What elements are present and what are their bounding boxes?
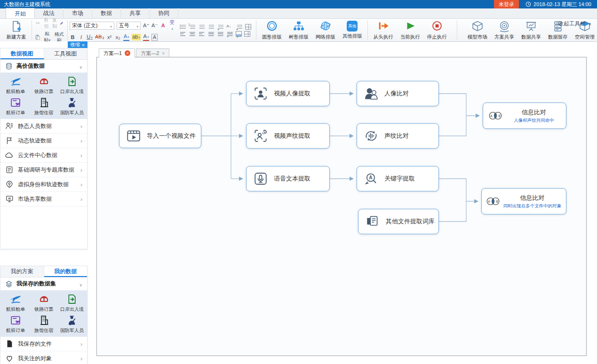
stop-button[interactable]: 停止执行 xyxy=(423,19,450,41)
close-tab-icon[interactable] xyxy=(125,50,130,56)
tab-market[interactable]: 市场 xyxy=(64,8,92,18)
decrease-indent-button[interactable] xyxy=(198,24,205,30)
login-status-badge[interactable]: 未登录 xyxy=(494,0,519,8)
shrink-font-button[interactable]: A⁻ xyxy=(151,23,158,29)
plan-tab-1[interactable]: 方案—1 xyxy=(99,48,135,57)
run-current-button[interactable]: 当前执行 xyxy=(397,19,423,41)
other-layout-button[interactable]: 其他 其他排版 xyxy=(339,19,366,41)
font-size-select[interactable]: 五号 xyxy=(117,22,141,30)
tab-my-plans[interactable]: 我的方案 xyxy=(0,266,44,277)
network-layout-icon xyxy=(319,20,332,32)
copy-button[interactable]: 复制 xyxy=(52,17,58,29)
flowchart-canvas[interactable]: 导入一个视频文件 视频人像提取 人像比对 视频声纹提取 xyxy=(96,57,587,356)
close-tab-icon[interactable] xyxy=(162,51,165,56)
show-marks-button[interactable] xyxy=(236,24,243,30)
model-market-button[interactable]: 模型市场 xyxy=(464,19,491,41)
list-item-static-person-data[interactable]: 静态人员数据 xyxy=(0,119,87,134)
tab-data-view[interactable]: 数据视图 xyxy=(0,48,44,59)
borders-button[interactable] xyxy=(244,31,250,37)
data-share-button[interactable]: 数据共享 xyxy=(517,19,544,41)
numbered-list-button[interactable] xyxy=(189,24,196,30)
circle-layout-button[interactable]: 圆形排版 xyxy=(258,19,285,41)
font-color-button[interactable]: A xyxy=(143,33,149,41)
italic-button[interactable]: I xyxy=(78,34,84,40)
network-layout-button[interactable]: 网络排版 xyxy=(312,19,339,41)
node-video-voiceprint-extract[interactable]: 视频声纹提取 xyxy=(246,123,330,149)
subscript-button[interactable]: x₂ xyxy=(115,34,121,40)
list-item-research-topic-data[interactable]: 基础调研与专题库数据 xyxy=(0,163,87,177)
section-my-saved-datasets[interactable]: 我保存的数据集 xyxy=(0,277,87,291)
clear-format-button[interactable]: A xyxy=(160,23,166,29)
cut-icon[interactable]: ✂ xyxy=(35,20,41,26)
list-item-my-saved-files[interactable]: 我保存的文件 xyxy=(0,337,87,351)
section-high-value-data[interactable]: 高价值数据 xyxy=(0,60,87,73)
node-video-face-extract[interactable]: 视频人像提取 xyxy=(246,81,330,106)
dataset-border-entry-exit[interactable]: 口岸出入境 xyxy=(58,293,86,314)
grow-font-button[interactable]: A⁺ xyxy=(143,23,149,29)
collapse-toolbar-button[interactable]: 收起工具栏 xyxy=(558,20,591,27)
plan-tab-2[interactable]: 方案—2 xyxy=(136,48,169,57)
justify-button[interactable] xyxy=(207,31,215,37)
distribute-button[interactable] xyxy=(217,31,224,37)
dataset-defense-personnel[interactable]: 国防军人员 xyxy=(58,96,86,117)
line-spacing-button[interactable] xyxy=(217,24,224,30)
list-item-market-shared-data[interactable]: W 市场共享数据 xyxy=(0,192,87,206)
font-family-select[interactable]: 宋体 (正文) xyxy=(70,22,114,30)
node-other-file-lexicon[interactable]: 其他文件提取词库 xyxy=(358,209,439,234)
superscript-button[interactable]: x² xyxy=(106,34,112,40)
app-title: 大数据自主建模系统 xyxy=(4,1,50,8)
text-effects-button[interactable]: A xyxy=(123,33,129,41)
character-shading-button[interactable]: A xyxy=(151,34,158,41)
dataset-railway-ticket[interactable]: 铁路订票 xyxy=(30,75,58,96)
tab-share[interactable]: 共享 xyxy=(121,8,150,18)
strikethrough-button[interactable]: AB xyxy=(95,34,104,40)
shading-button[interactable] xyxy=(236,31,242,37)
dataset-hotel-stay[interactable]: 旅馆住宿 xyxy=(30,96,58,117)
tab-collaborate[interactable]: 协同 xyxy=(150,8,178,18)
node-info-compare-1[interactable]: A B 信息比对 人像和声纹共同命中 xyxy=(483,103,566,129)
chevron-down-icon xyxy=(79,280,82,288)
node-import-video-file[interactable]: 导入一个视频文件 xyxy=(119,124,201,148)
phonetic-guide-button[interactable]: 变 xyxy=(168,19,175,32)
node-keyword-extract[interactable]: A 关键字提取 xyxy=(357,166,439,191)
dataset-hotel-stay[interactable]: 旅馆住宿 xyxy=(30,314,58,335)
bold-button[interactable]: B xyxy=(70,34,76,40)
tab-start[interactable]: 开始 xyxy=(6,8,35,18)
tree-layout-button[interactable]: 树形排版 xyxy=(285,19,312,41)
list-item-cloud-file-data[interactable]: 云文件中心数据 xyxy=(0,148,87,163)
dataset-railway-ticket[interactable]: 铁路订票 xyxy=(30,293,58,314)
list-item-dynamic-track-data[interactable]: 动态轨迹数据 xyxy=(0,134,87,148)
run-from-start-button[interactable]: 从头执行 xyxy=(370,19,397,41)
align-center-button[interactable] xyxy=(189,31,196,37)
dataset-defense-personnel[interactable]: 国防军人员 xyxy=(58,314,86,335)
new-plan-button[interactable]: 新建方案 xyxy=(3,19,30,41)
flight-order-icon xyxy=(10,97,22,109)
dataset-border-entry-exit[interactable]: 口岸出入境 xyxy=(58,75,86,96)
highlight-button[interactable]: ab xyxy=(132,34,141,40)
sidebar-collapse-button[interactable]: 收缩 xyxy=(68,41,88,48)
align-left-button[interactable] xyxy=(179,31,186,37)
underline-button[interactable]: U xyxy=(87,34,93,40)
tab-my-data[interactable]: 我的数据 xyxy=(44,266,88,277)
sort-button[interactable] xyxy=(226,24,233,30)
cut-button[interactable]: 剪切 xyxy=(43,17,49,29)
bullet-list-button[interactable] xyxy=(179,24,186,30)
align-right-button[interactable] xyxy=(198,31,205,37)
list-item-virtual-identity-data[interactable]: 虚拟身份和轨迹数据 xyxy=(0,177,87,192)
dataset-flight-manifest[interactable]: 航班舱单 xyxy=(1,75,30,96)
node-face-compare[interactable]: 人像比对 xyxy=(357,81,439,106)
dataset-flight-manifest[interactable]: 航班舱单 xyxy=(1,293,30,314)
tab-data[interactable]: 数据 xyxy=(92,8,121,18)
paragraph-spacing-button[interactable] xyxy=(226,31,233,37)
plan-share-button[interactable]: 方案共享 xyxy=(491,19,517,41)
table-button[interactable] xyxy=(245,24,251,30)
dataset-flight-order[interactable]: 航班订单 xyxy=(1,314,30,335)
node-info-compare-2[interactable]: A B 信息比对 同时出现在多个文件中的对象 xyxy=(481,188,566,214)
tab-tool-view[interactable]: 工具视图 xyxy=(44,48,88,59)
increase-indent-button[interactable] xyxy=(207,24,215,30)
node-voiceprint-compare[interactable]: 声纹比对 xyxy=(357,123,439,149)
paragraph-group xyxy=(175,19,251,41)
list-item-my-followed-objects[interactable]: 我关注的对象 xyxy=(0,351,87,364)
dataset-flight-order[interactable]: 航班订单 xyxy=(1,96,30,117)
node-speech-text-extract[interactable]: 语音文本提取 xyxy=(246,166,330,191)
